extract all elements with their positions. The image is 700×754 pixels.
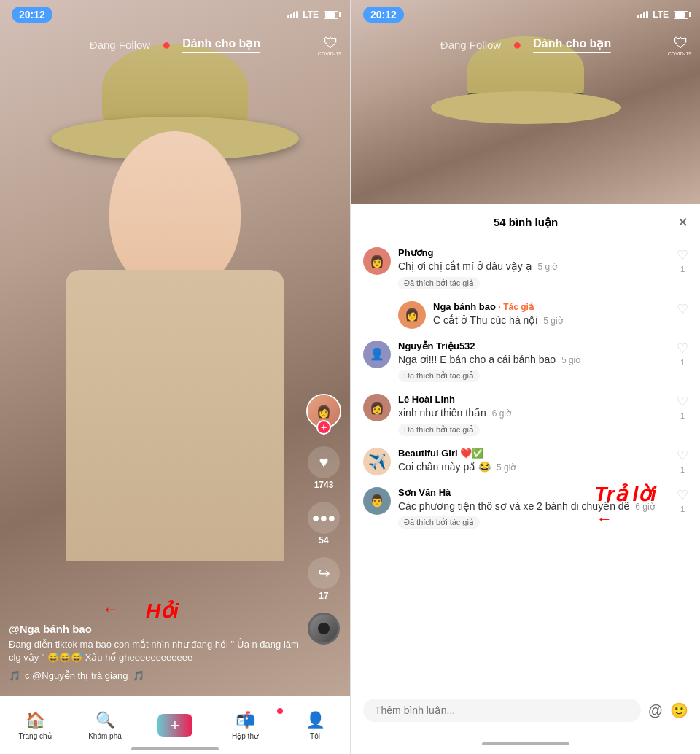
lte-label-right: LTE [653, 9, 669, 20]
comments-close-button[interactable]: ✕ [677, 214, 688, 230]
comments-panel: 54 bình luận ✕ Trả lời ← 👩 Phương Chị ơi… [351, 204, 700, 754]
commenter-avatar[interactable]: 👨 [363, 487, 391, 515]
left-video-panel: 20:12 LTE Đang Follow ● Dành cho bạn 🛡 C… [0, 0, 350, 754]
face-area [109, 131, 241, 292]
commenter-avatar[interactable]: 👩 [363, 394, 391, 421]
commenter-avatar[interactable]: 👩 [363, 247, 391, 275]
status-icons-right: LTE [637, 9, 688, 20]
comment-username: Beautiful Girl ❤️✅ [398, 448, 669, 459]
nav-foryou-left[interactable]: Dành cho bạn [182, 36, 260, 53]
emoji-icon[interactable]: 🙂 [670, 701, 688, 719]
like-heart-icon: ♡ [677, 487, 688, 503]
tab-home[interactable]: 🏠 Trang chủ [0, 711, 70, 740]
comment-like[interactable]: ♡ 1 [677, 487, 688, 513]
nav-following-right[interactable]: Đang Follow [440, 39, 501, 51]
traloi-annotation: Trả lời [594, 482, 656, 506]
video-username[interactable]: @Nga bánh bao [9, 623, 299, 635]
nav-following-left[interactable]: Đang Follow [90, 39, 150, 51]
body-area [66, 270, 284, 561]
search-icon: 🔍 [96, 711, 115, 730]
comment-like[interactable]: ♡ [677, 301, 688, 317]
share-count: 17 [319, 591, 328, 601]
like-count: 1 [680, 505, 685, 513]
right-video-preview: 20:12 LTE Đang Follow ● Dành cho bạn [351, 0, 700, 204]
commenter-avatar[interactable]: 👤 [363, 341, 391, 368]
status-bar-right: 20:12 LTE [351, 0, 700, 29]
comment-content: Nguyễn Triệu532 Nga ơi!!! E bán cho a cá… [398, 341, 669, 383]
like-count: 1743 [314, 480, 334, 490]
covid-badge-right: COVID-19 [668, 51, 691, 56]
liked-badge: Đã thích bởi tác giả [398, 277, 480, 289]
status-time-left: 20:12 [12, 7, 52, 23]
like-count: 1 [680, 358, 685, 367]
bottom-tab-bar: 🏠 Trang chủ 🔍 Khám phá + 📬 Hộp thư 👤 Tôi [0, 696, 350, 754]
top-nav-right[interactable]: Đang Follow ● Dành cho bạn [351, 31, 700, 59]
traloi-arrow: ← [596, 510, 612, 529]
comment-text: Nga ơi!!! E bán cho a cái bánh bao 5 giờ [398, 353, 669, 368]
comments-title: 54 bình luận [494, 216, 558, 228]
tab-profile[interactable]: 👤 Tôi [280, 711, 350, 740]
comment-text: Chị ơi chị cắt mí ở đâu vậy ạ 5 giờ [398, 260, 669, 274]
follow-plus-button[interactable]: + [316, 420, 331, 435]
comment-username: Phương [398, 247, 669, 258]
comment-time: 5 giờ [543, 316, 562, 326]
comment-item: 👩 Phương Chị ơi chị cắt mí ở đâu vậy ạ 5… [363, 247, 688, 289]
right-actions: 👩 + ♥ 1743 ●●● 54 ↪ 17 [306, 394, 341, 645]
comment-like[interactable]: ♡ 1 [677, 341, 688, 367]
video-caption: Đang diễn tiktok mà bao con mắt nhìn như… [9, 638, 299, 664]
video-info: @Nga bánh bao Đang diễn tiktok mà bao co… [9, 623, 299, 681]
comment-like[interactable]: ♡ 1 [677, 448, 688, 474]
home-indicator-left [131, 747, 219, 750]
at-icon[interactable]: @ [648, 702, 663, 719]
comment-button[interactable]: ●●● 54 [308, 502, 340, 545]
comment-text: Coi chân mày pa̋ 😂 5 giờ [398, 460, 669, 475]
comment-item-reply: 👩 Nga bánh bao · Tác giả C cắt ở Thu cúc… [398, 301, 688, 329]
comment-like[interactable]: ♡ 1 [677, 394, 688, 420]
lte-label: LTE [303, 9, 319, 20]
comment-input-field[interactable] [363, 699, 641, 722]
share-button[interactable]: ↪ 17 [308, 557, 340, 601]
like-heart-icon: ♡ [677, 247, 688, 263]
create-icon: + [158, 714, 192, 737]
shield-icon-left[interactable]: 🛡 [324, 35, 338, 52]
covid-badge-left: COVID-19 [318, 51, 341, 56]
tab-explore[interactable]: 🔍 Khám phá [70, 711, 140, 740]
tab-explore-label: Khám phá [88, 732, 122, 740]
commenter-avatar[interactable]: 👩 [398, 301, 426, 329]
tab-inbox-label: Hộp thư [232, 732, 258, 740]
shield-icon-right[interactable]: 🛡 [674, 35, 688, 52]
comment-time: 5 giờ [561, 355, 580, 365]
like-heart-icon: ♡ [677, 301, 688, 317]
comments-header: 54 bình luận ✕ [351, 204, 700, 241]
like-heart-icon: ♡ [677, 448, 688, 464]
tab-inbox[interactable]: 📬 Hộp thư [210, 711, 280, 740]
comment-username: Nguyễn Triệu532 [398, 341, 669, 351]
top-nav-left[interactable]: Đang Follow ● Dành cho bạn [0, 31, 350, 59]
music-info: 🎵 c @Nguyễn thị trà giang 🎵 [9, 670, 299, 681]
tab-profile-label: Tôi [310, 732, 320, 740]
right-comments-panel: 20:12 LTE Đang Follow ● Dành cho bạn [351, 0, 700, 754]
tab-create[interactable]: + [140, 714, 210, 737]
like-button[interactable]: ♥ 1743 [308, 446, 340, 490]
hoi-arrow: ← [102, 599, 120, 619]
like-count: 1 [680, 265, 685, 273]
share-icon: ↪ [308, 557, 340, 589]
like-heart-icon: ♡ [677, 341, 688, 357]
comment-time: 6 giờ [492, 408, 511, 419]
comment-content: Phương Chị ơi chị cắt mí ở đâu vậy ạ 5 g… [398, 247, 669, 289]
comment-text: xinh như thiên thần 6 giờ [398, 406, 669, 421]
commenter-avatar[interactable]: ✈️ [363, 448, 391, 475]
creator-avatar-container[interactable]: 👩 + [306, 394, 341, 429]
nav-foryou-right[interactable]: Dành cho bạn [533, 36, 611, 53]
comment-input-area: @ 🙂 [351, 691, 700, 729]
battery-icon [324, 11, 338, 19]
liked-badge: Đã thích bởi tác giả [398, 424, 480, 436]
comment-username: Nga bánh bao · Tác giả [433, 301, 669, 312]
nav-dot-right: ● [513, 36, 521, 53]
comment-item: 👩 Lê Hoài Linh xinh như thiên thần 6 giờ… [363, 394, 688, 436]
music-text: c @Nguyễn thị trà giang [25, 670, 128, 681]
music-disc [308, 613, 340, 645]
hoi-annotation: Hỏi [146, 599, 179, 623]
comment-like[interactable]: ♡ 1 [677, 247, 688, 273]
battery-icon-right [674, 11, 688, 19]
